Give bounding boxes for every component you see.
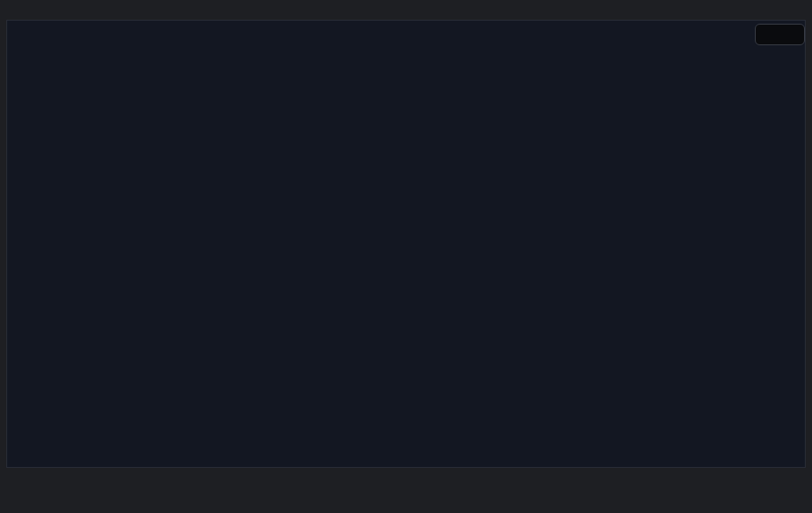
rsi-legend-row[interactable] xyxy=(24,356,36,367)
symbol-legend-row[interactable] xyxy=(24,26,43,37)
rsi-value-tag xyxy=(752,0,804,13)
price-chart-canvas[interactable] xyxy=(6,20,806,468)
attribution-bar xyxy=(0,0,812,20)
currency-toggle-button[interactable] xyxy=(755,24,805,45)
tradingview-screenshot xyxy=(0,0,812,513)
volume-legend-row[interactable] xyxy=(24,39,30,50)
footer-bar xyxy=(0,468,812,513)
ma-legend-row[interactable] xyxy=(24,52,30,63)
